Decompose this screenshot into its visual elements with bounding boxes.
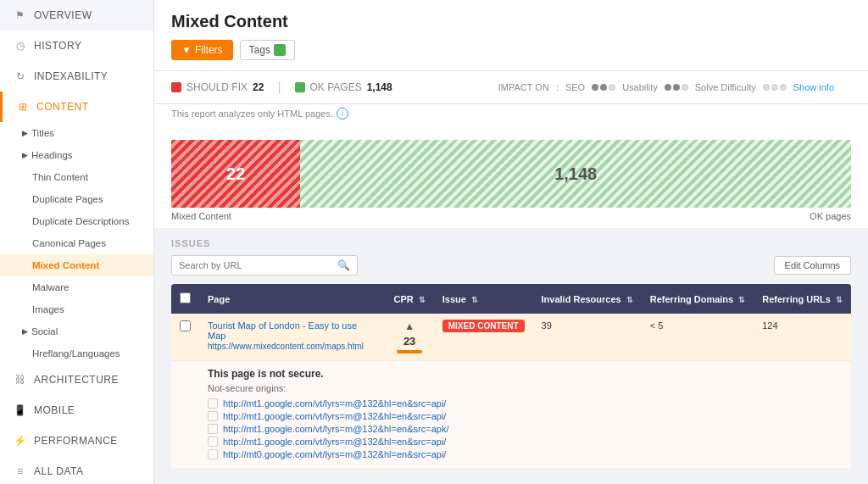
not-secure-msg: This page is not secure.: [208, 368, 843, 380]
sidebar-item-all-data[interactable]: ≡ ALL DATA: [0, 456, 153, 484]
referring-urls-col-header: Referring URLs ⇅: [754, 284, 851, 314]
sidebar-item-canonical-pages[interactable]: Canonical Pages: [0, 232, 153, 254]
sidebar-item-history[interactable]: ◷ HISTORY: [0, 31, 153, 61]
tags-button[interactable]: Tags: [240, 40, 295, 60]
search-box: 🔍: [171, 255, 358, 275]
page-cell: Tourist Map of London - Easy to use Map …: [199, 314, 385, 361]
list-item: http://mt1.google.com/vt/lyrs=m@132&hl=e…: [208, 437, 843, 447]
row-checkbox[interactable]: [180, 320, 191, 331]
green-dot: [295, 82, 305, 92]
page-title: Mixed Content: [171, 12, 851, 31]
sidebar-item-hreflang[interactable]: Hreflang/Languages: [0, 342, 153, 364]
red-dot: [171, 82, 181, 92]
url-icon: [208, 437, 218, 447]
ok-pages-stat: OK PAGES 1,148: [295, 81, 392, 93]
expanded-row: This page is not secure. Not-secure orig…: [171, 361, 851, 470]
data-icon: ≡: [14, 465, 27, 478]
sidebar-item-mixed-content[interactable]: Mixed Content: [0, 254, 153, 276]
sort-icon: ⇅: [836, 296, 843, 304]
url-list: http://mt1.google.com/vt/lyrs=m@132&hl=e…: [208, 398, 843, 459]
sort-icon: ⇅: [419, 296, 426, 304]
issues-section: ISSUES 🔍 Edit Columns Page CPR: [154, 228, 868, 484]
cpr-progress-bar: [397, 350, 422, 353]
page-url-link[interactable]: https://www.mixedcontent.com/maps.html: [208, 342, 364, 351]
bar-labels: Mixed Content OK pages: [171, 211, 851, 221]
page-title-link[interactable]: Tourist Map of London - Easy to use Map: [208, 320, 357, 341]
url-link[interactable]: http://mt1.google.com/vt/lyrs=m@132&hl=e…: [223, 424, 448, 434]
issues-label: ISSUES: [171, 238, 851, 248]
sidebar-item-duplicate-pages[interactable]: Duplicate Pages: [0, 188, 153, 210]
url-link[interactable]: http://mt0.google.com/vt/lyrs=m@132&hl=e…: [223, 449, 446, 459]
sidebar-item-content[interactable]: ⊞ CONTENT: [0, 92, 153, 122]
sidebar-item-indexability[interactable]: ↻ INDEXABILITY: [0, 61, 153, 92]
expanded-content: This page is not secure. Not-secure orig…: [199, 361, 851, 470]
report-note: This report analyzes only HTML pages. i: [154, 104, 868, 126]
data-table: Page CPR ⇅ Issue ⇅ Invalid Resources ⇅: [171, 284, 851, 470]
sidebar-item-overview[interactable]: ⚑ OVERVIEW: [0, 0, 153, 31]
invalid-resources-col-header: Invalid Resources ⇅: [533, 284, 642, 314]
page-header: Mixed Content ▼ Filters Tags: [154, 0, 868, 71]
page-col-header: Page: [199, 284, 385, 314]
cpr-bar: ▲ 23: [393, 320, 425, 353]
sidebar-item-images[interactable]: Images: [0, 298, 153, 320]
sidebar-item-social[interactable]: ▶ Social: [0, 320, 153, 342]
tag-icon: [274, 44, 286, 56]
sidebar-item-architecture[interactable]: ⛓ ARCHITECTURE: [0, 364, 153, 395]
cpr-cell: ▲ 23: [385, 314, 433, 361]
sort-icon: ⇅: [738, 296, 745, 304]
not-secure-origins-label: Not-secure origins:: [208, 383, 843, 393]
show-info-link[interactable]: Show info: [793, 82, 834, 92]
impact-bar: IMPACT ON: SEO Usability Solve Difficult…: [498, 82, 851, 92]
list-item: http://mt1.google.com/vt/lyrs=m@132&hl=e…: [208, 411, 843, 421]
url-icon: [208, 411, 218, 421]
sidebar-item-thin-content[interactable]: Thin Content: [0, 166, 153, 188]
search-icon: 🔍: [337, 259, 350, 271]
sidebar-item-headings[interactable]: ▶ Headings: [0, 144, 153, 166]
list-item: http://mt1.google.com/vt/lyrs=m@132&hl=e…: [208, 424, 843, 434]
table-row: Tourist Map of London - Easy to use Map …: [171, 314, 851, 361]
referring-domains-col-header: Referring Domains ⇅: [642, 284, 754, 314]
select-all-checkbox[interactable]: [180, 292, 191, 303]
mixed-content-badge: MIXED CONTENT: [442, 320, 525, 332]
url-link[interactable]: http://mt1.google.com/vt/lyrs=m@132&hl=e…: [223, 411, 446, 421]
referring-domains-cell: < 5: [642, 314, 754, 361]
sidebar-item-duplicate-descriptions[interactable]: Duplicate Descriptions: [0, 210, 153, 232]
url-link[interactable]: http://mt1.google.com/vt/lyrs=m@132&hl=e…: [223, 437, 446, 447]
invalid-resources-cell: 39: [533, 314, 642, 361]
sort-icon: ⇅: [626, 296, 633, 304]
sidebar-item-mobile[interactable]: 📱 MOBILE: [0, 395, 153, 426]
search-row: 🔍 Edit Columns: [171, 255, 851, 275]
green-bar: 1,148: [300, 140, 851, 208]
arch-icon: ⛓: [14, 373, 27, 387]
sidebar-item-malware[interactable]: Malware: [0, 276, 153, 298]
arrow-icon: ▶: [22, 129, 28, 137]
sort-icon: ⇅: [471, 296, 478, 304]
arrow-icon: ▶: [22, 151, 28, 159]
url-icon: [208, 398, 218, 409]
list-item: http://mt1.google.com/vt/lyrs=m@132&hl=e…: [208, 398, 843, 409]
list-item: http://mt0.google.com/vt/lyrs=m@132&hl=e…: [208, 449, 843, 459]
stats-bar: SHOULD FIX 22 | OK PAGES 1,148 IMPACT ON…: [154, 71, 868, 104]
usability-dots: [665, 84, 688, 91]
seo-dots: [592, 84, 615, 91]
issue-cell: MIXED CONTENT: [434, 314, 533, 361]
url-link[interactable]: http://mt1.google.com/vt/lyrs=m@132&hl=e…: [223, 398, 446, 409]
bar-chart: 22 1,148: [171, 140, 851, 208]
should-fix-stat: SHOULD FIX 22: [171, 81, 264, 93]
sidebar-item-performance[interactable]: ⚡ PERFORMANCE: [0, 426, 153, 456]
grid-icon: ⊞: [16, 100, 30, 114]
search-input[interactable]: [179, 260, 337, 270]
filter-icon: ▼: [181, 44, 192, 56]
table-header-row: Page CPR ⇅ Issue ⇅ Invalid Resources ⇅: [171, 284, 851, 314]
mobile-icon: 📱: [14, 403, 27, 417]
url-icon: [208, 424, 218, 434]
clock-icon: ◷: [14, 39, 27, 53]
sidebar: ⚑ OVERVIEW ◷ HISTORY ↻ INDEXABILITY ⊞ CO…: [0, 0, 154, 484]
url-icon: [208, 449, 218, 459]
sidebar-item-titles[interactable]: ▶ Titles: [0, 122, 153, 144]
expand-button[interactable]: ▲: [404, 320, 415, 332]
edit-columns-button[interactable]: Edit Columns: [774, 256, 851, 275]
filters-button[interactable]: ▼ Filters: [171, 40, 233, 60]
perf-icon: ⚡: [14, 434, 27, 448]
checkbox-header: [171, 284, 199, 314]
